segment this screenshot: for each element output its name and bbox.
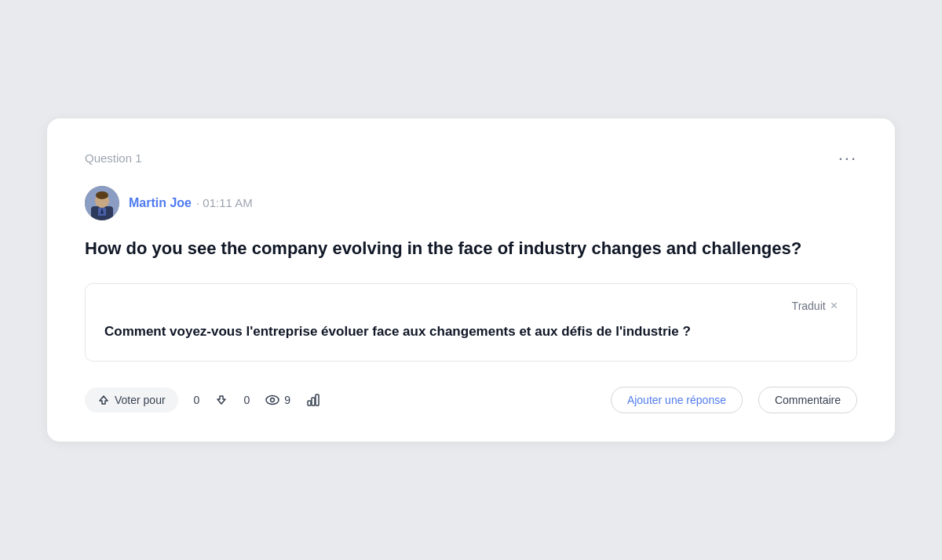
view-group: 9 [265,394,290,406]
actions-row: Voter pour 0 0 9 [85,387,857,413]
card-header: Question 1 ··· [85,150,857,167]
svg-point-8 [266,396,279,405]
translation-text: Comment voyez-vous l'entreprise évoluer … [104,322,838,342]
translation-box: Traduit × Comment voyez-vous l'entrepris… [85,283,857,362]
author-info: Martin Joe · 01:11 AM [129,196,253,210]
svg-point-5 [96,191,108,199]
upvote-count: 0 [194,394,200,406]
traduit-label: Traduit [792,300,826,312]
question-text: How do you see the company evolving in t… [85,236,857,261]
view-count: 9 [284,394,290,406]
svg-rect-11 [312,398,315,405]
page-wrapper: Question 1 ··· [0,0,942,560]
question-card: Question 1 ··· [47,118,895,442]
author-time: · 01:11 AM [196,196,253,209]
svg-rect-10 [308,401,311,405]
more-menu-button[interactable]: ··· [838,150,857,167]
svg-point-9 [271,398,275,402]
upvote-icon [97,394,110,406]
avatar [85,186,119,220]
comment-button[interactable]: Commentaire [758,387,857,413]
author-name[interactable]: Martin Joe [129,196,192,210]
downvote-icon[interactable] [215,394,228,406]
author-row: Martin Joe · 01:11 AM [85,186,857,220]
chart-icon-group[interactable] [306,393,320,407]
translation-header: Traduit × [104,300,838,312]
close-translation-button[interactable]: × [831,300,838,312]
question-label: Question 1 [85,151,142,165]
downvote-count: 0 [243,394,250,406]
svg-rect-12 [316,395,319,405]
upvote-label: Voter pour [115,394,166,406]
upvote-button[interactable]: Voter pour [85,387,178,413]
reply-button[interactable]: Ajouter une réponse [611,387,743,413]
eye-icon [265,395,279,405]
